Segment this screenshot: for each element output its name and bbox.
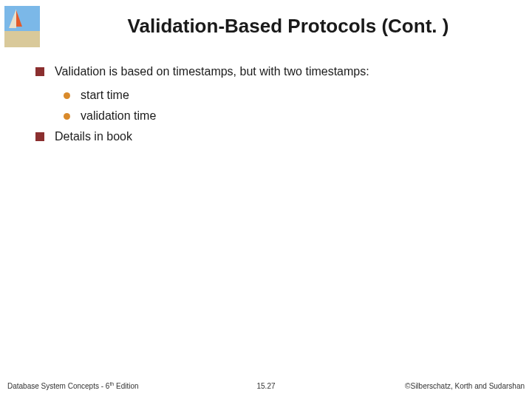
circle-bullet-icon (64, 113, 70, 120)
bullet-item: validation time (64, 109, 502, 123)
content-area: Validation is based on timestamps, but w… (35, 65, 502, 154)
square-bullet-icon (35, 67, 44, 76)
bullet-item: start time (64, 89, 502, 102)
circle-bullet-icon (64, 92, 70, 99)
bullet-item: Details in book (35, 130, 502, 143)
bullet-text: Details in book (55, 130, 132, 143)
footer-right: ©Silberschatz, Korth and Sudarshan (405, 382, 525, 390)
bullet-text: start time (81, 89, 129, 102)
footer-left-prefix: Database System Concepts - 6 (7, 382, 109, 390)
footer: Database System Concepts - 6th Edition 1… (7, 381, 525, 390)
slide: Validation-Based Protocols (Cont. ) Vali… (0, 0, 532, 399)
logo-image (4, 6, 40, 47)
square-bullet-icon (35, 132, 44, 141)
slide-title: Validation-Based Protocols (Cont. ) (59, 15, 517, 38)
footer-center: 15.27 (256, 382, 275, 390)
footer-left: Database System Concepts - 6th Edition (7, 381, 139, 390)
bullet-text: Validation is based on timestamps, but w… (55, 65, 369, 78)
bullet-text: validation time (81, 109, 156, 123)
bullet-item: Validation is based on timestamps, but w… (35, 65, 502, 78)
footer-left-suffix: Edition (114, 382, 138, 390)
